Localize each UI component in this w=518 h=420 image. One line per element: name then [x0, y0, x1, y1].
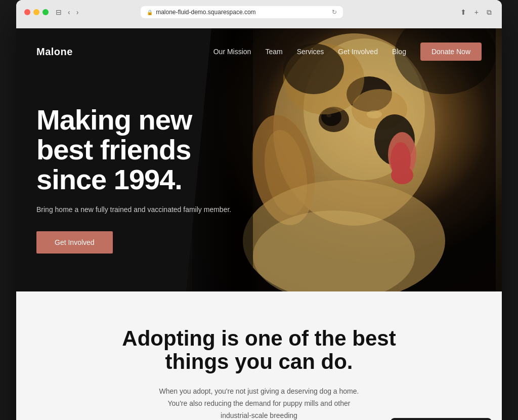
lock-icon: 🔒	[147, 10, 153, 15]
hero-content: Making new best friends since 1994. Brin…	[16, 75, 269, 274]
browser-actions: ⬆ + ⧉	[458, 7, 494, 18]
nav-team[interactable]: Team	[265, 48, 282, 56]
url-text: malone-fluid-demo.squarespace.com	[156, 9, 255, 16]
svg-point-18	[367, 110, 382, 118]
browser-chrome: ⊟ ‹ › 🔒 malone-fluid-demo.squarespace.co…	[16, 0, 502, 28]
nav-arrows: ⊟ ‹ ›	[54, 7, 80, 17]
main-nav: Malone Our Mission Team Services Get Inv…	[16, 28, 502, 75]
nav-services[interactable]: Services	[297, 48, 324, 56]
tabs-button[interactable]: ⧉	[485, 7, 494, 18]
nav-blog[interactable]: Blog	[392, 48, 406, 56]
hero-subtext: Bring home a new fully trained and vacci…	[36, 204, 249, 215]
new-tab-button[interactable]: +	[472, 7, 481, 18]
tab-bar	[24, 23, 494, 28]
nav-links: Our Mission Team Services Get Involved B…	[213, 43, 482, 61]
back-button[interactable]: ‹	[66, 7, 72, 17]
minimize-button[interactable]	[33, 9, 39, 15]
squarespace-badge[interactable]: ✦ Create A Site Like This Free trial. In…	[391, 418, 492, 420]
maximize-button[interactable]	[42, 9, 49, 15]
forward-button[interactable]: ›	[74, 7, 81, 17]
hero-section: Malone Our Mission Team Services Get Inv…	[16, 28, 502, 291]
website-content: Malone Our Mission Team Services Get Inv…	[16, 28, 502, 420]
nav-get-involved[interactable]: Get Involved	[338, 48, 378, 56]
hero-cta-button[interactable]: Get Involved	[36, 231, 113, 254]
address-bar[interactable]: 🔒 malone-fluid-demo.squarespace.com ↻	[141, 6, 343, 18]
site-logo[interactable]: Malone	[36, 46, 73, 58]
reload-button[interactable]: ↻	[332, 9, 337, 16]
traffic-lights	[24, 9, 49, 15]
below-fold-section: Adopting is one of the best things you c…	[16, 291, 502, 420]
section-headline: Adopting is one of the best things you c…	[107, 327, 411, 373]
share-button[interactable]: ⬆	[458, 7, 468, 18]
close-button[interactable]	[24, 9, 30, 15]
browser-controls: ⊟ ‹ › 🔒 malone-fluid-demo.squarespace.co…	[24, 6, 494, 18]
browser-window: ⊟ ‹ › 🔒 malone-fluid-demo.squarespace.co…	[16, 0, 502, 420]
donate-button[interactable]: Donate Now	[420, 43, 482, 61]
hero-headline: Making new best friends since 1994.	[36, 105, 249, 194]
svg-point-11	[391, 166, 413, 184]
section-body: When you adopt, you're not just giving a…	[153, 386, 365, 420]
nav-our-mission[interactable]: Our Mission	[213, 48, 251, 56]
sidebar-toggle[interactable]: ⊟	[54, 7, 64, 17]
